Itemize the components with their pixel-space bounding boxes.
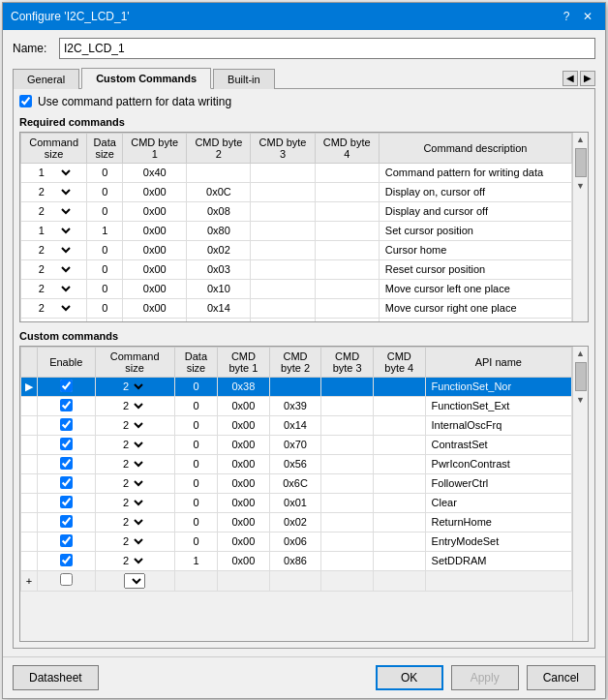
custom-commands-table: Enable Commandsize Datasize CMDbyte 1 CM… bbox=[20, 347, 572, 592]
dialog-title: Configure 'I2C_LCD_1' bbox=[11, 10, 130, 23]
custom-col-api: API name bbox=[425, 347, 571, 377]
custom-commands-table-container: Enable Commandsize Datasize CMDbyte 1 CM… bbox=[19, 346, 589, 642]
custom-section: Custom commands Enable Commandsize bbox=[19, 330, 589, 642]
name-row: Name: bbox=[13, 38, 595, 59]
configure-dialog: Configure 'I2C_LCD_1' ? ✕ Name: General … bbox=[2, 2, 606, 699]
custom-scroll-thumb[interactable] bbox=[575, 362, 587, 391]
table-row: 2▼00x000x70ContrastSet bbox=[21, 435, 572, 454]
custom-col-arrow bbox=[21, 347, 38, 377]
custom-commands-scroll[interactable]: Enable Commandsize Datasize CMDbyte 1 CM… bbox=[20, 347, 572, 641]
table-row: 2▼10x000x86SetDDRAM bbox=[21, 551, 572, 570]
table-row: 2▼00x000x06EntryModeSet bbox=[21, 532, 572, 551]
cmd-size-select[interactable]: 2 bbox=[35, 204, 74, 218]
req-col-cmd4: CMD byte4 bbox=[315, 133, 379, 163]
custom-cmd-size-select[interactable]: ▼ bbox=[129, 399, 146, 412]
tab-nav-right[interactable]: ▶ bbox=[580, 71, 595, 86]
custom-scroll-up[interactable]: ▲ bbox=[574, 347, 587, 360]
new-cmd-size[interactable] bbox=[124, 573, 145, 589]
title-bar-buttons: ? ✕ bbox=[557, 7, 597, 26]
tab-custom-commands[interactable]: Custom Commands bbox=[81, 68, 211, 89]
table-row: 200x000x02Cursor home bbox=[21, 240, 572, 259]
footer: Datasheet OK Apply Cancel bbox=[3, 656, 605, 698]
name-input[interactable] bbox=[59, 38, 595, 59]
custom-col-enable: Enable bbox=[38, 347, 96, 377]
tab-built-in[interactable]: Built-in bbox=[213, 69, 275, 89]
name-label: Name: bbox=[13, 42, 51, 55]
cmd-size-select[interactable]: 2 bbox=[35, 301, 74, 315]
table-row: 200x000x03Reset cursor position bbox=[21, 259, 572, 279]
cancel-button[interactable]: Cancel bbox=[527, 665, 595, 690]
req-col-desc: Command description bbox=[379, 133, 571, 163]
custom-cmd-size-select[interactable]: ▼ bbox=[129, 496, 146, 509]
cmd-size-select[interactable]: 2 bbox=[35, 282, 74, 295]
use-command-pattern-checkbox[interactable] bbox=[19, 95, 32, 107]
enable-checkbox[interactable] bbox=[60, 515, 73, 528]
custom-cmd-size-select[interactable]: ▼ bbox=[129, 515, 146, 529]
custom-col-cmd3: CMDbyte 3 bbox=[321, 347, 374, 377]
custom-col-cmd4: CMDbyte 4 bbox=[373, 347, 425, 377]
table-row: 2▼00x000x14InternalOscFrq bbox=[21, 415, 572, 435]
custom-cmd-size-select[interactable]: ▼ bbox=[129, 418, 146, 432]
custom-cmd-size-select[interactable]: ▼ bbox=[129, 554, 146, 567]
enable-checkbox[interactable] bbox=[60, 418, 73, 431]
help-button[interactable]: ? bbox=[557, 7, 576, 26]
dialog-body: Name: General Custom Commands Built-in ◀… bbox=[3, 30, 605, 656]
custom-cmd-size-select[interactable]: ▼ bbox=[129, 457, 146, 471]
scroll-down-arrow[interactable]: ▼ bbox=[574, 179, 587, 193]
ok-button[interactable]: OK bbox=[376, 665, 443, 690]
required-commands-scroll[interactable]: Commandsize Datasize CMD byte1 CMD byte2… bbox=[20, 133, 572, 321]
apply-button[interactable]: Apply bbox=[451, 665, 519, 690]
tab-nav-left[interactable]: ◀ bbox=[562, 71, 578, 86]
req-col-cmd2: CMD byte2 bbox=[187, 133, 251, 163]
enable-checkbox[interactable] bbox=[60, 534, 73, 547]
custom-scroll-down[interactable]: ▼ bbox=[574, 393, 587, 407]
cmd-size-select[interactable]: 1 bbox=[35, 166, 74, 179]
table-row: 2▼00x000x01Clear bbox=[21, 493, 572, 512]
add-row: + bbox=[21, 570, 572, 591]
required-commands-table: Commandsize Datasize CMD byte1 CMD byte2… bbox=[20, 133, 572, 321]
checkbox-row: Use command pattern for data writing bbox=[19, 95, 589, 108]
enable-checkbox[interactable] bbox=[60, 554, 73, 566]
cmd-size-select[interactable]: 2 bbox=[35, 320, 74, 321]
custom-cmd-size-select[interactable]: ▼ bbox=[129, 534, 146, 548]
enable-checkbox[interactable] bbox=[60, 399, 73, 411]
tab-general[interactable]: General bbox=[13, 69, 79, 89]
close-button[interactable]: ✕ bbox=[578, 7, 597, 26]
cmd-size-select[interactable]: 2 bbox=[35, 185, 74, 198]
required-commands-table-container: Commandsize Datasize CMD byte1 CMD byte2… bbox=[19, 132, 589, 322]
enable-checkbox[interactable] bbox=[60, 380, 73, 392]
tab-content: Use command pattern for data writing Req… bbox=[13, 88, 595, 649]
table-row: 200x000x08Display and cursor off bbox=[21, 201, 572, 221]
custom-cmd-size-select[interactable]: ▼ bbox=[129, 476, 146, 490]
table-row: 110x000x80Set cursor position bbox=[21, 221, 572, 240]
datasheet-button[interactable]: Datasheet bbox=[13, 665, 99, 690]
custom-col-cmd-size: Commandsize bbox=[95, 347, 174, 377]
custom-cmd-size-select[interactable]: ▼ bbox=[129, 380, 146, 393]
enable-checkbox[interactable] bbox=[60, 496, 73, 508]
scroll-thumb[interactable] bbox=[575, 148, 587, 177]
new-enable-checkbox[interactable] bbox=[60, 573, 73, 586]
cmd-size-select[interactable]: 2 bbox=[35, 262, 74, 276]
custom-commands-label: Custom commands bbox=[19, 330, 589, 342]
custom-cmd-size-select[interactable]: ▼ bbox=[129, 438, 146, 451]
custom-scrollbar[interactable]: ▲ ▼ bbox=[572, 347, 588, 641]
table-row: 2▼00x000x6CFollowerCtrl bbox=[21, 473, 572, 493]
table-row: 200x000x0EUnderline cursor on bbox=[21, 318, 572, 321]
required-scrollbar[interactable]: ▲ ▼ bbox=[572, 133, 588, 321]
table-row: 2▼00x000x39FunctionSet_Ext bbox=[21, 396, 572, 415]
custom-col-cmd1: CMDbyte 1 bbox=[218, 347, 270, 377]
table-row: 200x000x10Move cursor left one place bbox=[21, 279, 572, 298]
custom-col-cmd2: CMDbyte 2 bbox=[269, 347, 321, 377]
req-col-cmd3: CMD byte3 bbox=[251, 133, 315, 163]
scroll-up-arrow[interactable]: ▲ bbox=[574, 133, 587, 146]
table-row: 200x000x0CDisplay on, cursor off bbox=[21, 182, 572, 201]
cmd-size-select[interactable]: 2 bbox=[35, 243, 74, 257]
required-commands-label: Required commands bbox=[19, 116, 589, 128]
enable-checkbox[interactable] bbox=[60, 457, 73, 470]
table-row: 100x40Command pattern for writing data bbox=[21, 163, 572, 182]
tabs-row: General Custom Commands Built-in ◀ ▶ bbox=[13, 67, 595, 88]
cmd-size-select[interactable]: 1 bbox=[35, 224, 74, 237]
table-row: ▶2▼00x38FunctionSet_Nor bbox=[21, 377, 572, 396]
enable-checkbox[interactable] bbox=[60, 476, 73, 489]
enable-checkbox[interactable] bbox=[60, 438, 73, 450]
